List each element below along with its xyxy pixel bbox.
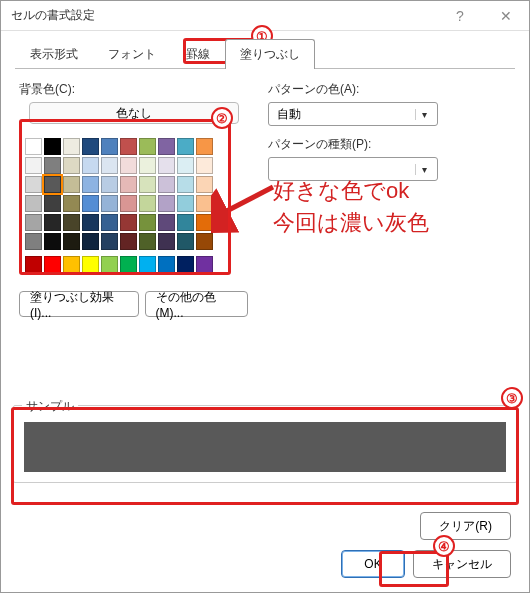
color-swatch[interactable] <box>63 176 80 193</box>
tab-number[interactable]: 表示形式 <box>15 39 93 69</box>
color-swatch[interactable] <box>139 214 156 231</box>
chevron-down-icon: ▾ <box>415 164 433 175</box>
color-swatch[interactable] <box>101 214 118 231</box>
help-icon[interactable]: ? <box>437 1 483 31</box>
color-swatch[interactable] <box>177 138 194 155</box>
color-swatch[interactable] <box>82 157 99 174</box>
color-swatch[interactable] <box>25 256 42 273</box>
color-swatch[interactable] <box>82 233 99 250</box>
color-swatch[interactable] <box>82 138 99 155</box>
color-swatch[interactable] <box>63 138 80 155</box>
color-swatch[interactable] <box>63 214 80 231</box>
color-swatch[interactable] <box>63 157 80 174</box>
color-swatch[interactable] <box>120 138 137 155</box>
annotation-line2: 今回は濃い灰色 <box>273 207 429 239</box>
color-swatch[interactable] <box>120 233 137 250</box>
color-swatch[interactable] <box>139 176 156 193</box>
color-swatch[interactable] <box>139 157 156 174</box>
svg-line-0 <box>219 187 273 215</box>
color-swatch[interactable] <box>25 195 42 212</box>
color-swatch[interactable] <box>120 176 137 193</box>
tab-font[interactable]: フォント <box>93 39 171 69</box>
color-swatch[interactable] <box>25 157 42 174</box>
color-swatch[interactable] <box>25 138 42 155</box>
chevron-down-icon: ▾ <box>415 109 433 120</box>
color-swatch[interactable] <box>139 256 156 273</box>
color-swatch[interactable] <box>63 195 80 212</box>
color-swatch[interactable] <box>44 233 61 250</box>
color-swatch[interactable] <box>101 138 118 155</box>
color-swatch[interactable] <box>44 138 61 155</box>
pattern-color-value: 自動 <box>277 106 301 123</box>
color-swatch[interactable] <box>25 176 42 193</box>
color-swatch[interactable] <box>44 214 61 231</box>
color-swatch[interactable] <box>25 214 42 231</box>
pattern-color-label: パターンの色(A): <box>268 81 511 98</box>
color-swatch[interactable] <box>158 233 175 250</box>
color-swatch[interactable] <box>120 157 137 174</box>
color-swatch[interactable] <box>158 256 175 273</box>
tab-fill[interactable]: 塗りつぶし <box>225 39 315 69</box>
no-color-button[interactable]: 色なし <box>29 102 239 124</box>
pattern-type-label: パターンの種類(P): <box>268 136 511 153</box>
color-swatch[interactable] <box>25 233 42 250</box>
color-swatch[interactable] <box>120 195 137 212</box>
color-swatch[interactable] <box>139 195 156 212</box>
color-swatch[interactable] <box>177 157 194 174</box>
color-swatch[interactable] <box>63 233 80 250</box>
other-colors-button[interactable]: その他の色(M)... <box>145 291 248 317</box>
color-swatch[interactable] <box>44 176 61 193</box>
close-icon[interactable]: ✕ <box>483 1 529 31</box>
color-swatch[interactable] <box>158 214 175 231</box>
dialog-title: セルの書式設定 <box>11 7 95 24</box>
dialog-buttons: OK キャンセル <box>341 550 511 578</box>
color-swatch[interactable] <box>158 138 175 155</box>
callout-2: ② <box>211 107 233 129</box>
tab-border[interactable]: 罫線 <box>171 39 225 69</box>
format-cells-dialog: セルの書式設定 ? ✕ 表示形式 フォント 罫線 塗りつぶし 背景色(C): 色… <box>0 0 530 593</box>
color-swatch[interactable] <box>82 195 99 212</box>
color-swatch[interactable] <box>44 195 61 212</box>
ok-button[interactable]: OK <box>341 550 405 578</box>
color-swatch[interactable] <box>196 157 213 174</box>
cancel-button[interactable]: キャンセル <box>413 550 511 578</box>
color-swatch[interactable] <box>82 214 99 231</box>
color-swatch[interactable] <box>139 138 156 155</box>
color-swatch[interactable] <box>120 256 137 273</box>
fill-effects-button[interactable]: 塗りつぶし効果(I)... <box>19 291 139 317</box>
color-swatch[interactable] <box>158 176 175 193</box>
sample-area: サンプル <box>13 405 517 483</box>
callout-4: ④ <box>433 535 455 557</box>
color-swatch[interactable] <box>177 256 194 273</box>
color-swatch[interactable] <box>120 214 137 231</box>
color-swatch[interactable] <box>44 157 61 174</box>
color-swatch[interactable] <box>177 214 194 231</box>
color-swatch[interactable] <box>44 256 61 273</box>
bgcolor-label: 背景色(C): <box>19 81 254 98</box>
pattern-color-dropdown[interactable]: 自動 ▾ <box>268 102 438 126</box>
callout-3: ③ <box>501 387 523 409</box>
annotation-text: 好きな色でok 今回は濃い灰色 <box>273 175 429 239</box>
sample-swatch <box>24 422 506 472</box>
color-swatch[interactable] <box>101 157 118 174</box>
color-swatch[interactable] <box>82 256 99 273</box>
color-swatch[interactable] <box>63 256 80 273</box>
color-swatch[interactable] <box>177 176 194 193</box>
annotation-arrow <box>211 177 281 237</box>
clear-button[interactable]: クリア(R) <box>420 512 511 540</box>
color-swatch[interactable] <box>177 233 194 250</box>
color-swatch[interactable] <box>158 157 175 174</box>
color-swatch[interactable] <box>139 233 156 250</box>
color-swatch[interactable] <box>101 256 118 273</box>
color-swatch[interactable] <box>82 176 99 193</box>
sample-legend: サンプル <box>22 398 78 415</box>
color-swatch[interactable] <box>158 195 175 212</box>
color-swatch[interactable] <box>196 138 213 155</box>
color-swatch[interactable] <box>101 176 118 193</box>
color-swatch[interactable] <box>196 256 213 273</box>
color-swatch[interactable] <box>101 195 118 212</box>
titlebar-actions: ? ✕ <box>437 1 529 31</box>
color-swatch[interactable] <box>177 195 194 212</box>
color-swatch[interactable] <box>101 233 118 250</box>
color-palette <box>19 132 229 279</box>
